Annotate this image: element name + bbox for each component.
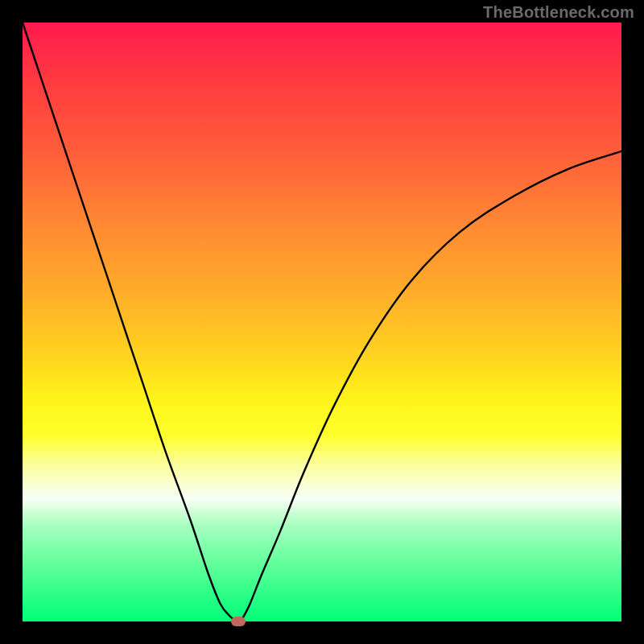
curve-svg	[23, 23, 621, 621]
watermark-label: TheBottleneck.com	[483, 3, 634, 22]
plot-area	[23, 23, 621, 621]
bottleneck-curve	[23, 23, 621, 621]
optimal-point-marker	[231, 617, 246, 626]
chart-frame: TheBottleneck.com	[0, 0, 644, 644]
